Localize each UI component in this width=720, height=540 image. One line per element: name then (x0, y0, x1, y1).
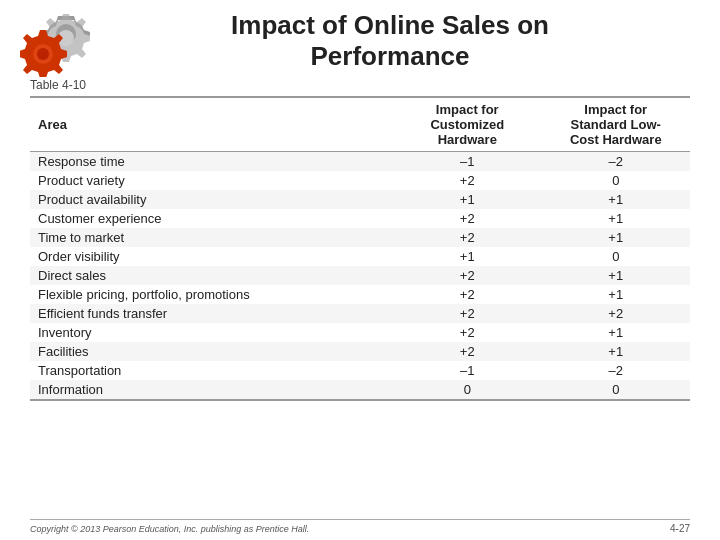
copyright: Copyright © 2013 Pearson Education, Inc.… (30, 524, 309, 534)
page: Impact of Online Sales on Performance Ta… (0, 0, 720, 540)
table-row: Efficient funds transfer+2+2 (30, 304, 690, 323)
cell-customized: –1 (393, 152, 542, 172)
cell-customized: +2 (393, 342, 542, 361)
title-line2: Performance (311, 41, 470, 71)
cell-area: Customer experience (30, 209, 393, 228)
cell-standard: 0 (542, 380, 691, 400)
col-customized: Impact forCustomizedHardware (393, 97, 542, 152)
table-label: Table 4-10 (30, 78, 690, 92)
cell-customized: +1 (393, 247, 542, 266)
cell-standard: +1 (542, 209, 691, 228)
table-row: Direct sales+2+1 (30, 266, 690, 285)
title-block: Impact of Online Sales on Performance (171, 10, 549, 72)
cell-standard: +1 (542, 266, 691, 285)
cell-customized: 0 (393, 380, 542, 400)
cell-standard: +1 (542, 323, 691, 342)
table-header-row: Area Impact forCustomizedHardware Impact… (30, 97, 690, 152)
table-row: Product availability+1+1 (30, 190, 690, 209)
table-row: Response time–1–2 (30, 152, 690, 172)
cell-customized: +2 (393, 323, 542, 342)
table-row: Information00 (30, 380, 690, 400)
cell-customized: +2 (393, 304, 542, 323)
cell-customized: +2 (393, 171, 542, 190)
page-number: 4-27 (670, 523, 690, 534)
cell-area: Time to market (30, 228, 393, 247)
cell-standard: 0 (542, 171, 691, 190)
table-row: Customer experience+2+1 (30, 209, 690, 228)
table-row: Order visibility+10 (30, 247, 690, 266)
cell-area: Inventory (30, 323, 393, 342)
table-row: Product variety+20 (30, 171, 690, 190)
header: Impact of Online Sales on Performance (30, 10, 690, 72)
table-row: Facilities+2+1 (30, 342, 690, 361)
cell-standard: +2 (542, 304, 691, 323)
cell-area: Response time (30, 152, 393, 172)
col-standard: Impact forStandard Low-Cost Hardware (542, 97, 691, 152)
cell-area: Product variety (30, 171, 393, 190)
cell-area: Product availability (30, 190, 393, 209)
cell-standard: +1 (542, 190, 691, 209)
cell-customized: +2 (393, 228, 542, 247)
cell-standard: +1 (542, 285, 691, 304)
cell-customized: –1 (393, 361, 542, 380)
cell-customized: +2 (393, 285, 542, 304)
main-title: Impact of Online Sales on Performance (231, 10, 549, 72)
data-table: Area Impact forCustomizedHardware Impact… (30, 96, 690, 401)
cell-standard: +1 (542, 228, 691, 247)
gear-icon (20, 2, 100, 77)
cell-area: Direct sales (30, 266, 393, 285)
table-row: Flexible pricing, portfolio, promotions+… (30, 285, 690, 304)
cell-area: Information (30, 380, 393, 400)
cell-area: Transportation (30, 361, 393, 380)
cell-customized: +2 (393, 266, 542, 285)
cell-area: Efficient funds transfer (30, 304, 393, 323)
cell-area: Flexible pricing, portfolio, promotions (30, 285, 393, 304)
table-row: Transportation–1–2 (30, 361, 690, 380)
footer: Copyright © 2013 Pearson Education, Inc.… (30, 519, 690, 534)
svg-point-5 (37, 48, 49, 60)
cell-standard: +1 (542, 342, 691, 361)
cell-area: Order visibility (30, 247, 393, 266)
cell-customized: +2 (393, 209, 542, 228)
table-row: Inventory+2+1 (30, 323, 690, 342)
cell-standard: –2 (542, 361, 691, 380)
title-line1: Impact of Online Sales on (231, 10, 549, 40)
col-area: Area (30, 97, 393, 152)
table-row: Time to market+2+1 (30, 228, 690, 247)
cell-area: Facilities (30, 342, 393, 361)
cell-standard: –2 (542, 152, 691, 172)
cell-standard: 0 (542, 247, 691, 266)
cell-customized: +1 (393, 190, 542, 209)
